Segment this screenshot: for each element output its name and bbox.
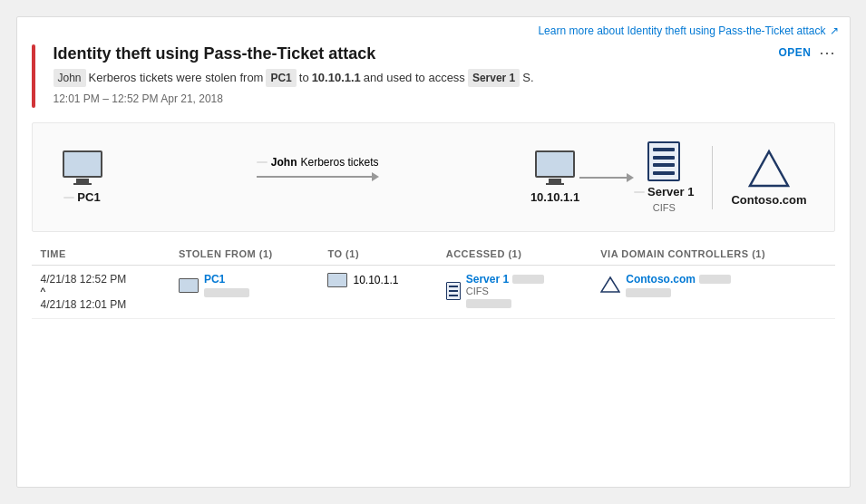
desc-connector1: to [299,69,309,87]
cell-time: 4/21/18 12:52 PM ^ 4/21/18 12:01 PM [32,266,170,319]
header-actions: OPEN ⋯ [778,44,834,61]
mini-server-icon [446,282,461,300]
simple-arrow [579,173,634,182]
via-blur2 [626,288,671,297]
source-node-label: PC1 [63,190,100,204]
server-icon [647,141,680,181]
source-node: PC1 [60,150,105,204]
accessed-sub: CIFS [466,286,544,296]
col-time: TIME [32,243,170,266]
alert-description: John Kerberos tickets were stolen from P… [54,69,768,87]
mid-node: 10.10.1.1 [530,150,579,204]
time-main: 4/21/18 12:52 PM [41,273,161,286]
diagram-divider [712,146,713,209]
learn-more-text: Learn more about Identity theft using Pa… [538,24,825,37]
learn-more-link[interactable]: Learn more about Identity theft using Pa… [538,24,838,37]
diagram-nodes: PC1 John Kerberos tickets [60,141,807,213]
source-name: PC1 [270,72,291,84]
time-sub: 4/21/18 12:01 PM [41,298,161,311]
table-head: TIME STOLEN FROM (1) TO (1) ACCESSED (1)… [32,243,835,266]
target-pill-diagram [634,191,645,193]
time-caret: ^ [41,286,161,298]
arrow-user-label: John [271,156,297,169]
table-header-row: TIME STOLEN FROM (1) TO (1) ACCESSED (1)… [32,243,835,266]
source-pill: PC1 [266,69,296,87]
monitor-icon-mid [532,150,578,187]
user-pill: John [54,69,86,87]
accessed-details: Server 1 CIFS [466,273,544,309]
svg-marker-0 [750,151,788,186]
severity-bar [32,44,35,108]
table-body: 4/21/18 12:52 PM ^ 4/21/18 12:01 PM PC1 [32,266,835,319]
more-options-button[interactable]: ⋯ [819,44,835,61]
table-section: TIME STOLEN FROM (1) TO (1) ACCESSED (1)… [32,243,835,319]
arrow-tickets-label: Kerberos tickets [301,156,379,169]
mid-node-label: 10.10.1.1 [530,190,579,204]
col-via: VIA DOMAIN CONTROLLERS (1) [591,243,834,266]
accessed-blur2 [466,299,511,308]
accessed-content: Server 1 CIFS [446,273,583,309]
target-node-label: Server 1 [634,185,694,199]
via-details: Contoso.com [626,273,731,298]
source-pill-diagram [63,197,74,199]
via-name: Contoso.com [626,273,696,286]
target-pill: Server 1 [468,69,520,87]
arrow-to-mid: John Kerberos tickets [105,156,530,181]
domain-node: Contoso.com [731,148,806,207]
target-node: Server 1 CIFS [634,141,694,213]
stolen-from-blur [204,288,249,297]
alert-time: 12:01 PM – 12:52 PM Apr 21, 2018 [54,92,768,105]
desc-connector2: and used to access [364,69,465,87]
alert-card: Learn more about Identity theft using Pa… [16,16,851,488]
target-name: Server 1 [472,72,515,84]
col-stolen-from: STOLEN FROM (1) [170,243,319,266]
accessed-blur [512,275,544,284]
stolen-from-name: PC1 [204,273,249,286]
target-node-sublabel: CIFS [653,202,676,213]
col-accessed: ACCESSED (1) [437,243,592,266]
cell-via: Contoso.com [591,266,834,319]
arrow-user-pill [257,161,268,163]
alert-title: Identity theft using Pass-the-Ticket att… [54,44,768,63]
svg-marker-1 [601,277,619,292]
table-row: 4/21/18 12:52 PM ^ 4/21/18 12:01 PM PC1 [32,266,835,319]
external-link-icon: ↗ [830,24,839,37]
desc-ip: 10.10.1.1 [312,69,361,87]
top-link-bar: Learn more about Identity theft using Pa… [17,17,850,41]
mini-triangle-icon [600,276,620,296]
open-button[interactable]: OPEN [778,46,811,59]
via-blur [699,275,731,284]
mini-triangle-svg [600,276,620,294]
triangle-svg [748,148,790,189]
cell-stolen-from: PC1 [170,266,319,319]
data-table: TIME STOLEN FROM (1) TO (1) ACCESSED (1)… [32,243,835,319]
stolen-from-details: PC1 [204,273,249,298]
stolen-from-content: PC1 [179,273,310,298]
mini-monitor-to-icon [327,273,347,287]
col-to: TO (1) [318,243,436,266]
desc-pre1: Kerberos tickets were stolen from [89,69,264,87]
mini-monitor-icon [179,278,199,293]
arrow-line [257,172,379,181]
to-content: 10.10.1.1 [327,273,427,287]
header-content: Identity theft using Pass-the-Ticket att… [54,44,768,105]
accessed-name: Server 1 [466,273,509,286]
cell-to: 10.10.1.1 [318,266,436,319]
arrow-label-wrapper: John Kerberos tickets [257,156,379,181]
domain-icon [748,148,790,189]
diagram-section: PC1 John Kerberos tickets [32,122,835,232]
via-content: Contoso.com [600,273,825,298]
desc-suffix: S. [522,69,533,87]
domain-node-label: Contoso.com [731,193,806,207]
to-ip: 10.10.1.1 [353,274,398,286]
monitor-icon-source [60,150,105,187]
user-name: John [58,72,82,84]
cell-accessed: Server 1 CIFS [437,266,592,319]
